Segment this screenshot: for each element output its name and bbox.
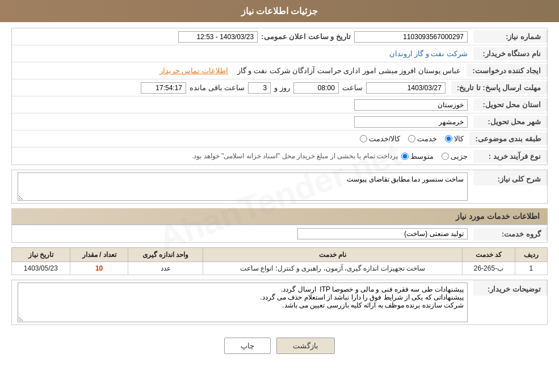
purchase-type-note: پرداخت تمام یا بخشی از مبلغ خریداز محل "… (192, 152, 398, 160)
city-input[interactable] (354, 116, 468, 128)
deadline-remaining-label: ساعت باقی مانده (190, 83, 245, 92)
page-title: جزئیات اطلاعات نیاز (241, 6, 318, 16)
announce-date-label: تاریخ و ساعت اعلان عمومی: (261, 32, 351, 41)
cell-service: ساخت تجهیزات اندازه گیری، آزمون، راهبری … (203, 262, 462, 275)
col-row: ردیف (515, 248, 547, 262)
description-label: شرح کلی نیاز: (473, 170, 547, 186)
description-textarea[interactable]: ساخت سنسور دما مطابق تقاضای پیوست (18, 172, 468, 201)
page-header: جزئیات اطلاعات نیاز (0, 0, 559, 22)
row-buyer-org: نام دستگاه خریدار: شرکت نفت و گاز اروندا… (12, 45, 547, 62)
purchase-jozi-label: جزیی (451, 152, 468, 161)
province-label: استان محل تحویل: (473, 98, 547, 111)
deadline-date-input[interactable] (366, 82, 445, 94)
service-info-title: اطلاعات خدمات مورد نیاز (11, 208, 548, 225)
cell-row: 1 (515, 262, 547, 275)
deadline-days-label: روز و (274, 83, 290, 92)
purchase-type-jozi: جزیی (442, 152, 468, 161)
buyer-org-value: شرکت نفت و گاز اروندان (389, 49, 468, 58)
deadline-time-input[interactable] (293, 82, 339, 94)
row-buyer-notes: توضیحات خریدار: (12, 280, 547, 324)
category-kala-khedmat-radio[interactable] (360, 135, 367, 142)
category-khedmat-radio[interactable] (408, 135, 415, 142)
deadline-label: مهلت ارسال پاسخ: تا تاریخ: (451, 81, 547, 94)
buyer-notes-textarea[interactable] (18, 283, 468, 322)
buyer-notes-value-cell (12, 280, 473, 324)
category-radio-group: کالا خدمت کالا/خدمت (360, 134, 464, 143)
announce-date-input[interactable] (178, 31, 258, 43)
category-option-kala: کالا (445, 134, 464, 143)
province-input[interactable] (354, 99, 468, 111)
category-khedmat-label: خدمت (417, 134, 437, 143)
description-value-cell: ساخت سنسور دما مطابق تقاضای پیوست (12, 170, 473, 203)
service-group-input[interactable] (297, 228, 468, 239)
table-row: 1 ب-265-26 ساخت تجهیزات اندازه گیری، آزم… (12, 262, 548, 275)
service-info-section: گروه خدمت: (11, 225, 548, 243)
buttons-row: بازگشت چاپ (11, 330, 548, 362)
buyer-notes-section: توضیحات خریدار: (11, 280, 548, 325)
cell-code: ب-265-26 (463, 262, 515, 275)
creator-value: عباس یوستان افروز مبشی امور اداری حراست … (237, 66, 461, 75)
main-content: شماره نیاز: تاریخ و ساعت اعلان عمومی: نا… (0, 22, 559, 368)
category-kala-khedmat-label: کالا/خدمت (369, 134, 401, 143)
creator-link[interactable]: اطلاعات تماس خریدار (159, 66, 228, 75)
category-kala-label: کالا (454, 134, 464, 143)
page-wrapper: جزئیات اطلاعات نیاز شماره نیاز: تاریخ و … (0, 0, 559, 392)
purchase-type-motevaset: متوسط (401, 152, 434, 161)
table-header: ردیف کد خدمت نام خدمت واحد اندازه گیری ت… (12, 248, 548, 262)
main-info-section: شماره نیاز: تاریخ و ساعت اعلان عمومی: نا… (11, 28, 548, 165)
service-table: ردیف کد خدمت نام خدمت واحد اندازه گیری ت… (11, 247, 548, 275)
col-unit: واحد اندازه گیری (128, 248, 203, 262)
col-qty: تعداد / مقدار (70, 248, 128, 262)
purchase-type-radio-group: جزیی متوسط (401, 152, 468, 161)
category-value-cell: کالا خدمت کالا/خدمت (12, 132, 469, 145)
category-option-khedmat: خدمت (408, 134, 437, 143)
category-label: طبقه بندی موضوعی: (469, 132, 547, 145)
row-purchase-type: نوع فرآیند خرید : جزیی متوسط پرداخت تمام… (12, 147, 547, 165)
buyer-org-value-cell: شرکت نفت و گاز اروندان (12, 47, 473, 60)
deadline-remaining-input[interactable] (141, 82, 186, 94)
col-service: نام خدمت (203, 248, 462, 262)
need-number-value-cell: تاریخ و ساعت اعلان عمومی: (12, 29, 473, 45)
row-province: استان محل تحویل: (12, 96, 547, 113)
creator-label: ایجاد کننده درخواست: (466, 64, 547, 77)
col-date: تاریخ نیاز (12, 248, 70, 262)
table-body: 1 ب-265-26 ساخت تجهیزات اندازه گیری، آزم… (12, 262, 548, 275)
purchase-motevaset-label: متوسط (410, 152, 434, 161)
row-deadline: مهلت ارسال پاسخ: تا تاریخ: ساعت روز و سا… (12, 79, 547, 96)
service-group-value-cell (12, 226, 473, 242)
purchase-type-label: نوع فرآیند خرید : (473, 150, 547, 163)
back-button[interactable]: بازگشت (276, 338, 335, 354)
category-kala-radio[interactable] (445, 135, 452, 142)
deadline-value-cell: ساعت روز و ساعت باقی مانده (12, 80, 451, 96)
deadline-time-label: ساعت (342, 83, 363, 92)
cell-unit: عدد (128, 262, 203, 275)
cell-date: 1403/05/23 (12, 262, 70, 275)
city-value-cell (12, 114, 473, 130)
buyer-notes-label: توضیحات خریدار: (473, 280, 547, 296)
purchase-type-value-cell: جزیی متوسط پرداخت تمام یا بخشی از مبلغ خ… (12, 150, 473, 163)
creator-value-cell: عباس یوستان افروز مبشی امور اداری حراست … (12, 64, 466, 77)
row-category: طبقه بندی موضوعی: کالا خدمت کالا/خدمت (12, 130, 547, 147)
purchase-jozi-radio[interactable] (442, 153, 449, 160)
need-number-label: شماره نیاز: (473, 30, 547, 43)
cell-qty: 10 (70, 262, 128, 275)
row-city: شهر محل تحویل: (12, 113, 547, 130)
province-value-cell (12, 97, 473, 113)
need-number-input[interactable] (354, 31, 468, 43)
buyer-org-label: نام دستگاه خریدار: (473, 47, 547, 60)
service-group-label: گروه خدمت: (473, 227, 547, 241)
row-need-number: شماره نیاز: تاریخ و ساعت اعلان عمومی: (12, 28, 547, 45)
city-label: شهر محل تحویل: (473, 115, 547, 128)
col-code: کد خدمت (463, 248, 515, 262)
purchase-motevaset-radio[interactable] (401, 153, 409, 160)
description-section: شرح کلی نیاز: ساخت سنسور دما مطابق تقاضا… (11, 170, 548, 204)
row-service-group: گروه خدمت: (12, 225, 547, 242)
service-table-section: ردیف کد خدمت نام خدمت واحد اندازه گیری ت… (11, 247, 548, 275)
deadline-days-input[interactable] (248, 82, 271, 94)
print-button[interactable]: چاپ (224, 338, 271, 354)
row-creator: ایجاد کننده درخواست: عباس یوستان افروز م… (12, 62, 547, 79)
category-option-kala-khedmat: کالا/خدمت (360, 134, 401, 143)
row-description: شرح کلی نیاز: ساخت سنسور دما مطابق تقاضا… (12, 170, 547, 203)
table-header-row: ردیف کد خدمت نام خدمت واحد اندازه گیری ت… (12, 248, 548, 262)
